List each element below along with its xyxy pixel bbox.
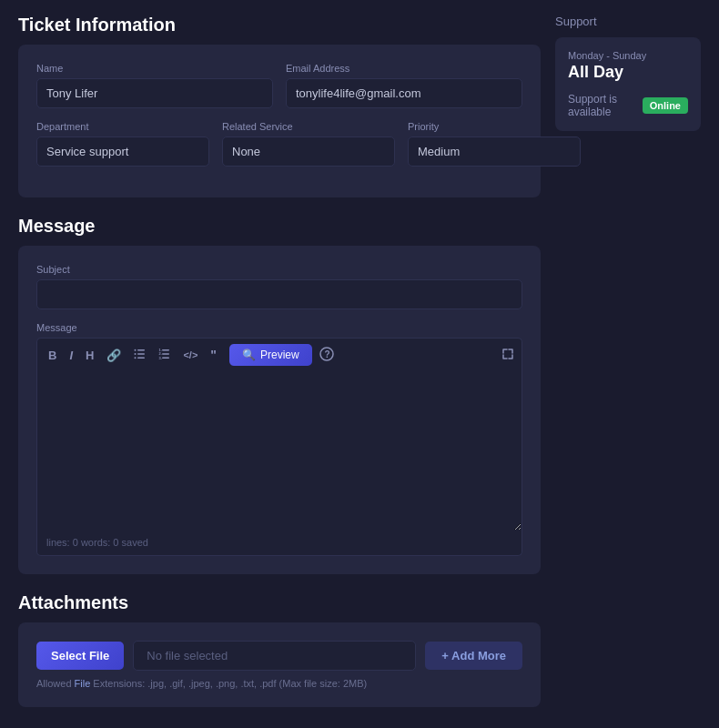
department-group: Department [36, 121, 209, 167]
svg-rect-0 [137, 349, 145, 351]
svg-rect-7 [162, 353, 169, 355]
attachments-card: Select File No file selected + Add More … [18, 622, 541, 707]
file-label: File [75, 678, 91, 689]
message-toolbar: B I H 🔗 [36, 338, 522, 371]
preview-icon: 🔍 [242, 349, 256, 361]
svg-rect-8 [162, 357, 169, 359]
subject-input[interactable] [36, 279, 522, 309]
svg-text:3.: 3. [159, 355, 162, 359]
allowed-extensions-text: Allowed File Extensions: .jpg, .gif, .jp… [36, 678, 522, 689]
quote-button[interactable]: " [207, 346, 220, 364]
message-card: Subject Message B I H 🔗 [18, 246, 541, 574]
unordered-list-button[interactable] [130, 347, 149, 364]
editor-status: lines: 0 words: 0 saved [37, 533, 522, 555]
ticket-info-card: Name Email Address Department Related Se… [18, 45, 541, 197]
email-group: Email Address [286, 63, 522, 108]
name-group: Name [36, 63, 273, 108]
help-button[interactable]: ? [319, 347, 334, 364]
preview-button[interactable]: 🔍 Preview [229, 344, 312, 366]
name-input[interactable] [36, 78, 273, 108]
svg-rect-1 [137, 353, 145, 355]
email-label: Email Address [286, 63, 522, 74]
file-name-display: No file selected [133, 641, 416, 671]
subject-label: Subject [36, 264, 522, 275]
message-group: Message B I H 🔗 [36, 322, 522, 556]
department-input[interactable] [36, 136, 209, 167]
select-file-button[interactable]: Select File [36, 642, 124, 670]
svg-point-3 [135, 349, 137, 350]
support-hours-label: Monday - Sunday [568, 50, 688, 61]
attachments-section-title: Attachments [18, 592, 541, 613]
heading-button[interactable]: H [82, 347, 97, 364]
svg-rect-6 [162, 349, 169, 351]
allowed-text-prefix: Allowed [36, 678, 75, 689]
message-label: Message [36, 322, 522, 333]
support-sidebar: Support Monday - Sunday All Day Support … [555, 15, 701, 725]
name-label: Name [36, 63, 273, 74]
subject-group: Subject [36, 264, 522, 309]
message-textarea[interactable] [37, 371, 522, 531]
message-editor: lines: 0 words: 0 saved [36, 371, 522, 556]
svg-point-5 [135, 357, 137, 359]
message-section-title: Message [18, 216, 541, 237]
expand-editor-button[interactable] [501, 348, 514, 363]
add-more-button[interactable]: + Add More [425, 642, 522, 670]
support-hours-value: All Day [568, 63, 688, 82]
support-title: Support [555, 15, 701, 28]
code-button[interactable]: </> [179, 348, 201, 362]
support-status-row: Support is available Online [568, 93, 688, 118]
bold-button[interactable]: B [45, 347, 60, 364]
link-button[interactable]: 🔗 [103, 347, 125, 364]
svg-rect-2 [137, 357, 145, 359]
support-status-text: Support is available [568, 93, 643, 118]
online-badge: Online [643, 97, 688, 114]
ordered-list-button[interactable]: 1. 2. 3. [155, 347, 174, 364]
department-label: Department [36, 121, 209, 132]
preview-label: Preview [260, 349, 299, 361]
italic-button[interactable]: I [66, 347, 76, 364]
allowed-text-suffix: Extensions: .jpg, .gif, .jpeg, .png, .tx… [90, 678, 367, 689]
email-input[interactable] [286, 78, 522, 108]
related-service-label: Related Service [222, 121, 395, 132]
svg-text:?: ? [324, 349, 329, 359]
ticket-section-title: Ticket Information [18, 15, 541, 35]
svg-point-4 [135, 353, 137, 355]
related-service-group: Related Service [222, 121, 395, 167]
attachments-row: Select File No file selected + Add More [36, 641, 522, 671]
related-service-input[interactable] [222, 136, 395, 167]
support-card: Monday - Sunday All Day Support is avail… [555, 37, 701, 131]
